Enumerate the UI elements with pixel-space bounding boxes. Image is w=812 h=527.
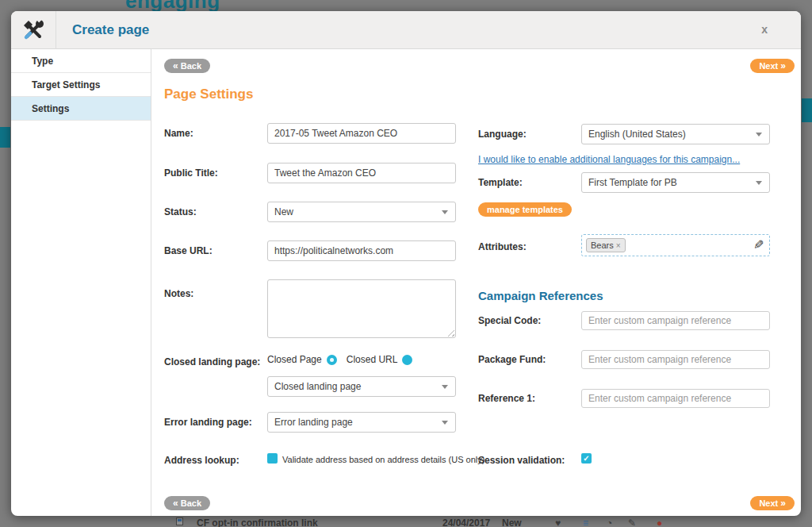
row-status: New: [502, 517, 522, 527]
attribute-tag: Bears×: [586, 238, 626, 252]
wizard-sidebar: Type Target Settings Settings: [11, 49, 151, 516]
name-label: Name:: [164, 128, 193, 139]
language-label: Language:: [478, 129, 527, 140]
row-date: 24/04/2017: [442, 517, 490, 527]
reference1-input[interactable]: [581, 389, 770, 408]
back-button-bottom[interactable]: « Back: [164, 496, 210, 510]
closed-url-option-label: Closed URL: [347, 354, 398, 365]
chevron-down-icon: [756, 181, 762, 185]
error-landing-label: Error landing page:: [164, 417, 252, 428]
special-code-input[interactable]: [581, 311, 770, 330]
address-lookup-text: Validate address based on address detail…: [282, 455, 485, 464]
closed-page-option-label: Closed Page: [267, 354, 322, 365]
closed-page-radio[interactable]: [327, 355, 337, 365]
closed-landing-label: Closed landing page:: [164, 356, 260, 367]
base-url-label: Base URL:: [164, 245, 213, 256]
engaging-logo: engaging: [125, 0, 220, 11]
language-select[interactable]: English (United States): [581, 124, 770, 144]
package-fund-input[interactable]: [581, 350, 770, 369]
close-icon[interactable]: x: [761, 23, 768, 36]
red-dot-icon: ●: [657, 517, 662, 527]
edit-pencil-icon[interactable]: ✎: [753, 237, 764, 252]
base-url-input[interactable]: [267, 240, 456, 261]
address-lookup-checkbox[interactable]: [267, 453, 278, 464]
name-input[interactable]: [267, 123, 456, 144]
closed-url-radio[interactable]: [402, 355, 412, 365]
closed-landing-select[interactable]: Closed landing page: [267, 376, 456, 397]
page-title: Page Settings: [164, 87, 253, 102]
chevron-right-icon: »: [780, 498, 786, 509]
tools-icon: [11, 11, 56, 49]
background-teal-accent-right: [802, 98, 812, 122]
pencil-icon: ✎: [628, 517, 636, 527]
error-landing-select[interactable]: Error landing page: [267, 412, 456, 433]
reference1-label: Reference 1:: [478, 393, 535, 404]
chevron-down-icon: [756, 133, 762, 137]
status-select[interactable]: New: [267, 202, 456, 222]
session-validation-checkbox[interactable]: ✓: [581, 453, 592, 464]
status-label: Status:: [164, 206, 197, 217]
session-validation-label: Session validation:: [478, 455, 565, 466]
chevron-left-icon: «: [173, 60, 178, 71]
chevron-down-icon: [442, 210, 448, 214]
next-button-top[interactable]: Next »: [750, 59, 795, 73]
package-fund-label: Package Fund:: [478, 354, 546, 365]
modal-title: Create page: [72, 11, 149, 49]
next-button-bottom[interactable]: Next »: [750, 496, 795, 510]
remove-tag-icon[interactable]: ×: [616, 241, 621, 250]
chevron-left-icon: «: [173, 498, 178, 509]
chevron-right-icon: »: [780, 60, 786, 71]
template-select[interactable]: First Template for PB: [581, 172, 770, 193]
manage-templates-button[interactable]: manage templates: [478, 202, 572, 217]
notes-label: Notes:: [164, 288, 193, 299]
special-code-label: Special Code:: [478, 315, 541, 326]
attributes-box[interactable]: Bears× ✎: [581, 234, 770, 256]
sidebar-item-type[interactable]: Type: [11, 49, 151, 73]
background-teal-accent-left: [0, 127, 10, 148]
content-divider: [151, 49, 151, 516]
heart-icon: ♥: [555, 517, 561, 527]
row-name: CF opt-in confirmation link: [197, 517, 318, 527]
additional-languages-link[interactable]: I would like to enable additional langua…: [478, 154, 740, 165]
public-title-label: Public Title:: [164, 167, 218, 179]
chevron-down-icon: [442, 385, 448, 389]
template-label: Template:: [478, 177, 523, 188]
modal-header: Create page x: [11, 11, 801, 49]
row-type-icon: [176, 517, 183, 525]
sidebar-item-target-settings[interactable]: Target Settings: [11, 73, 151, 97]
campaign-references-heading: Campaign References: [478, 289, 603, 302]
chevron-down-icon: [442, 421, 448, 425]
circle-icon: ◔: [607, 517, 612, 527]
sidebar-item-settings[interactable]: Settings: [11, 97, 151, 121]
address-lookup-label: Address lookup:: [164, 455, 239, 466]
public-title-input[interactable]: [267, 163, 456, 183]
attributes-label: Attributes:: [478, 241, 527, 252]
list-icon: ≡: [583, 517, 588, 527]
notes-textarea[interactable]: [267, 279, 456, 338]
back-button-top[interactable]: « Back: [164, 59, 210, 73]
closed-landing-radio-group: Closed Page Closed URL: [267, 354, 412, 365]
background-table-row: CF opt-in confirmation link 24/04/2017 N…: [11, 517, 801, 527]
create-page-modal: Create page x Type Target Settings Setti…: [11, 11, 801, 516]
